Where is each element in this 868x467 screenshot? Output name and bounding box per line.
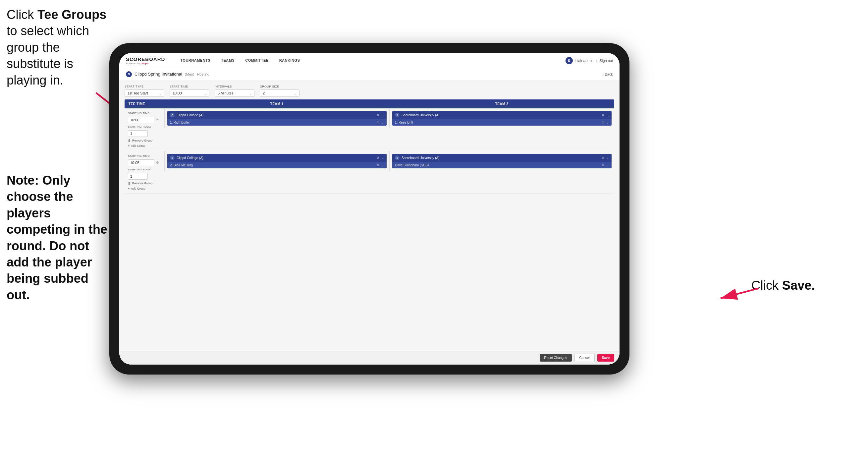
user-name: blair admin	[576, 59, 593, 63]
reset-changes-button[interactable]: Reset Changes	[540, 354, 572, 361]
team1-g2-expand-icon[interactable]: ⌄	[381, 156, 384, 160]
tournament-icon: B	[126, 71, 132, 77]
group-1-team1-header: C Clippd College (A) ✕ ⌄	[167, 111, 386, 119]
trash-icon: 🗑	[128, 139, 131, 142]
start-time-select[interactable]: 10:00	[169, 89, 209, 97]
group-1-team2-card[interactable]: S Scoreboard University (A) ✕ ⌄ 1. Rees …	[392, 111, 612, 126]
group-1-hole-label: STARTING HOLE:	[128, 125, 161, 128]
group-2-team1-header: C Clippd College (A) ✕ ⌄	[167, 154, 386, 162]
group-2-time-col: STARTING TIME: ⏱ STARTING HOLE: 🗑	[125, 151, 164, 194]
group-2-team1-icon: C	[170, 155, 175, 160]
start-type-select[interactable]: 1st Tee Start	[125, 89, 164, 97]
player-close-icon-g2t1[interactable]: ✕	[377, 164, 379, 167]
group-2-remove-button[interactable]: 🗑 Remove Group	[128, 182, 161, 185]
time-icon: ⏱	[156, 118, 159, 122]
player-expand-icon[interactable]: ⌄	[381, 121, 384, 124]
group-2-team1-player-0[interactable]: 2. Blair McHarg ✕ ⌄	[167, 162, 386, 168]
start-time-select-wrapper: 10:00	[169, 89, 209, 97]
intervals-select[interactable]: 5 Minutes	[215, 89, 254, 97]
add-group-label: Add Group	[131, 144, 146, 147]
group-1-team2-icon: S	[395, 113, 400, 117]
instruction-line: Click Tee Groups to select which group t…	[7, 8, 106, 87]
player-close-icon[interactable]: ✕	[602, 121, 604, 124]
group-2-team1-col: C Clippd College (A) ✕ ⌄ 2. Blair McHarg	[164, 151, 389, 171]
player-name: 1. Rees Britt	[395, 121, 600, 124]
group-1-time-col: STARTING TIME: ⏱ STARTING HOLE: 🗑	[125, 108, 164, 151]
team1-expand-icon[interactable]: ⌄	[381, 113, 384, 117]
sub-player-close-icon[interactable]: ✕	[602, 164, 604, 167]
group-row-2: STARTING TIME: ⏱ STARTING HOLE: 🗑	[125, 151, 614, 194]
group-1-add-button[interactable]: + Add Group	[128, 144, 161, 147]
team2-g2-expand-icon[interactable]: ⌄	[606, 156, 609, 160]
nav-rankings[interactable]: RANKINGS	[274, 53, 306, 68]
nav-teams[interactable]: TEAMS	[216, 53, 240, 68]
th-team1: Team 1	[164, 99, 389, 108]
group-2-team1-card[interactable]: C Clippd College (A) ✕ ⌄ 2. Blair McHarg	[167, 154, 386, 168]
plus-icon-2: +	[128, 187, 129, 190]
logo-scoreboard: SCOREBOARD	[126, 56, 165, 62]
group-1-team1-col: C Clippd College (A) ✕ ⌄ 1. Rich Butler	[164, 108, 389, 128]
team1-g2-close-icon[interactable]: ✕	[377, 156, 379, 160]
group-1-team2-col: S Scoreboard University (A) ✕ ⌄ 1. Rees …	[389, 108, 614, 128]
table-header: Tee Time Team 1 Team 2	[125, 99, 614, 108]
th-tee-time: Tee Time	[125, 99, 164, 108]
logo-area: SCOREBOARD Powered by clippd	[126, 56, 165, 65]
sub-player-expand-icon[interactable]: ⌄	[606, 164, 609, 167]
player-controls: ✕ ⌄	[602, 121, 609, 124]
group-1-team2-player-0[interactable]: 1. Rees Britt ✕ ⌄	[392, 119, 612, 126]
tournament-title: Clippd Spring Invitational	[134, 71, 182, 77]
tablet-screen: SCOREBOARD Powered by clippd TOURNAMENTS…	[119, 53, 620, 364]
nav-tournaments[interactable]: TOURNAMENTS	[175, 53, 216, 68]
group-1-team2-name: Scoreboard University (A)	[402, 113, 600, 117]
group-2-hole-wrapper	[128, 173, 161, 180]
group-1-remove-button[interactable]: 🗑 Remove Group	[128, 139, 161, 142]
player-expand-icon-g2t1[interactable]: ⌄	[381, 164, 384, 167]
start-time-group: Start Time 10:00	[169, 85, 209, 97]
save-button[interactable]: Save	[597, 354, 614, 361]
group-2-time-input[interactable]	[128, 159, 154, 166]
player-close-icon[interactable]: ✕	[377, 121, 379, 124]
group-size-select[interactable]: 2	[260, 89, 300, 97]
group-1-hole-wrapper	[128, 130, 161, 137]
start-time-label: Start Time	[169, 85, 209, 88]
team2-expand-icon[interactable]: ⌄	[606, 113, 609, 117]
group-1-team1-player-0[interactable]: 1. Rich Butler ✕ ⌄	[167, 119, 386, 126]
team1-close-icon[interactable]: ✕	[377, 113, 379, 117]
group-2-add-button[interactable]: + Add Group	[128, 187, 161, 190]
group-size-group: Group Size 2	[260, 85, 300, 97]
group-2-team2-icon: S	[395, 155, 400, 160]
group-2-team1-controls: ✕ ⌄	[377, 156, 384, 160]
player-expand-icon[interactable]: ⌄	[606, 121, 609, 124]
main-content: Start Type 1st Tee Start Start Time 10:0…	[119, 80, 620, 364]
intervals-label: Intervals	[215, 85, 254, 88]
tournament-gender: (Men)	[185, 72, 194, 76]
group-1-time-input[interactable]	[128, 117, 154, 123]
sign-out-link[interactable]: Sign out	[600, 59, 613, 63]
team2-close-icon[interactable]: ✕	[602, 113, 604, 117]
start-type-group: Start Type 1st Tee Start	[125, 85, 164, 97]
nav-committee[interactable]: COMMITTEE	[240, 53, 274, 68]
group-2-time-label: STARTING TIME:	[128, 154, 161, 157]
cancel-button[interactable]: Cancel	[575, 354, 595, 362]
start-type-label: Start Type	[125, 85, 164, 88]
group-1-team2-controls: ✕ ⌄	[602, 113, 609, 117]
nav-right: B blair admin | Sign out	[565, 57, 613, 64]
back-button[interactable]: ‹ Back	[602, 72, 613, 76]
nav-items: TOURNAMENTS TEAMS COMMITTEE RANKINGS	[175, 53, 565, 68]
group-2-team1-name: Clippd College (A)	[177, 156, 375, 160]
group-2-team2-header: S Scoreboard University (A) ✕ ⌄	[392, 154, 612, 162]
group-2-time-wrapper: ⏱	[128, 159, 161, 166]
group-1-team1-controls: ✕ ⌄	[377, 113, 384, 117]
note-text: Note: Only choose the players competing …	[7, 172, 109, 303]
player-controls-g2t1: ✕ ⌄	[377, 164, 384, 167]
group-2-team2-card[interactable]: S Scoreboard University (A) ✕ ⌄ Dave Bil…	[392, 154, 612, 168]
group-size-label: Group Size	[260, 85, 300, 88]
group-1-team1-name: Clippd College (A)	[177, 113, 375, 117]
note-content: Note: Only choose the players competing …	[7, 173, 107, 302]
group-1-team1-card[interactable]: C Clippd College (A) ✕ ⌄ 1. Rich Butler	[167, 111, 386, 126]
group-2-team2-player-sub[interactable]: Dave Billingham (SUB) ✕ ⌄	[392, 162, 612, 168]
group-2-hole-input[interactable]	[128, 173, 148, 180]
group-2-hole-label: STARTING HOLE:	[128, 168, 161, 171]
team2-g2-close-icon[interactable]: ✕	[602, 156, 604, 160]
group-1-hole-input[interactable]	[128, 130, 148, 137]
